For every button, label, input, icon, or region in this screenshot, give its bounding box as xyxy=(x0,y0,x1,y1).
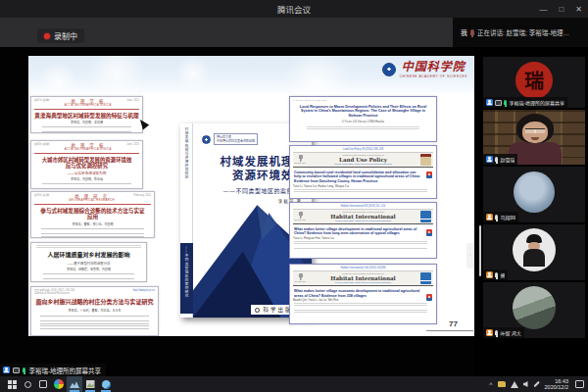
journal-issue: February, 2014 xyxy=(134,194,151,197)
chevron-left-icon: ‹ xyxy=(469,252,472,260)
participant-tile[interactable]: 马翔99 xyxy=(483,167,585,222)
paper-title: What makes better village development in… xyxy=(294,227,421,236)
journal-vol: 第67卷 第6期 xyxy=(34,99,49,102)
journal-masthead: ELSEVIER Contents lists available at Sci… xyxy=(293,209,433,225)
paper-title: 人居环境质量对乡村发展的影响 xyxy=(34,252,143,260)
windows-taskbar: ^ 16:43 2020/12/2 xyxy=(0,376,588,392)
pen-tray-icon[interactable] xyxy=(533,381,539,387)
paper-card-en-3: Habitat International 83 (2019) 111–124 … xyxy=(289,202,437,259)
paper-card-cn-1: 第67卷 第6期 地 理 学 报 ACTA GEOGRAPHICA SINICA… xyxy=(30,96,143,133)
homepage-line: journal homepage: www.elsevier.com/locat… xyxy=(308,281,418,284)
book-series-tag: 博士后文库 中国博士后科学基金资助出版 xyxy=(202,133,258,145)
paper-subtitle: ——以北京市海淀区为例 xyxy=(34,171,139,175)
meeting-app-icon xyxy=(70,380,79,388)
maximize-button[interactable]: □ xyxy=(559,5,564,14)
participant-name: 熊 xyxy=(500,271,505,278)
action-center-icon[interactable] xyxy=(575,380,584,388)
paper-authors: 李裕瑞，卜长利，曹智，刘正佳，王永生 xyxy=(34,309,155,313)
participants-panel: ‹ 瑞 李裕瑞-地理所的屏幕共享 赵雪瑞 xyxy=(474,47,588,376)
journal-issue: June, 2012 xyxy=(126,99,139,102)
crossmark-icon xyxy=(426,172,432,178)
mic-icon xyxy=(495,157,498,162)
panel-collapse-handle[interactable]: ‹ xyxy=(466,243,474,269)
spine-title: 村域发展机理与资源环境效应 xyxy=(184,127,189,243)
elsevier-tree-icon xyxy=(298,212,304,219)
participant-name: 赵雪瑞 xyxy=(500,156,514,163)
search-button[interactable] xyxy=(20,376,35,392)
journal-name-en: ACTA GEOGRAPHICA SINICA xyxy=(65,104,112,108)
journal-vol: 第68卷 第6期 xyxy=(34,143,49,146)
mic-active-icon xyxy=(504,100,507,105)
paper-authors: 李裕瑞，刘彦随，龙花楼 xyxy=(34,121,139,124)
member-icon xyxy=(486,99,493,106)
paper-authors: 李裕瑞，胡智超，宋香荣，刘彦随 xyxy=(34,268,143,271)
abstract-text-lines xyxy=(40,316,149,329)
window-titlebar: 腾讯会议 — □ ✕ xyxy=(0,0,588,18)
paper-authors: Yurui Li, Pengcan Fan, Yansui Liu xyxy=(293,236,433,240)
mic-icon xyxy=(495,330,498,335)
window-controls: — □ ✕ xyxy=(539,0,582,18)
homepage-line: journal homepage: www.elsevier.com/locat… xyxy=(308,163,418,166)
paper-card-cn-4: 人居环境质量对乡村发展的影响 ——基于典型村庄的调查分析 李裕瑞，胡智超，宋香荣… xyxy=(30,242,147,282)
paper-title: 面向乡村振兴战略的村庄分类方法与实证研究 xyxy=(34,299,155,307)
paper-title: 大城市郊区村域转型发展的资源环境效应与优化调控研究 xyxy=(40,157,133,171)
window-title: 腾讯会议 xyxy=(277,3,311,15)
tray-overflow-chevron[interactable]: ^ xyxy=(489,381,492,388)
member-icon xyxy=(3,367,10,373)
globe-app-icon xyxy=(102,380,111,389)
cas-name: 中国科学院 xyxy=(402,61,466,74)
task-view-icon xyxy=(39,380,47,388)
journal-vol: 第33卷 第2期 xyxy=(34,194,49,197)
panel-scrollbar[interactable] xyxy=(479,225,481,276)
affiliation-text-lines xyxy=(294,303,427,313)
taskbar-app-meeting[interactable] xyxy=(67,376,82,392)
member-icon xyxy=(486,214,493,220)
series-emblem-icon xyxy=(202,135,211,144)
screen-share-area: 中国科学院 CHINESE ACADEMY OF SCIENCES 第67卷 第… xyxy=(0,47,474,376)
folder-tray-icon[interactable] xyxy=(498,381,506,387)
person-glasses xyxy=(525,128,545,133)
participant-name: 叶留 鸿大 xyxy=(500,329,520,336)
windows-logo-icon xyxy=(8,380,17,389)
speaking-status-bar: 我 正在讲话: 赵雪瑞; 李裕瑞-地理… xyxy=(453,18,588,47)
task-view-button[interactable] xyxy=(35,376,51,392)
avatar xyxy=(514,172,555,213)
taskbar-clock[interactable]: 16:43 2020/12/2 xyxy=(545,378,568,390)
paper-title: Local Responses to Macro Development Pol… xyxy=(297,105,429,119)
elsevier-logo: ELSEVIER xyxy=(295,154,306,167)
close-button[interactable]: ✕ xyxy=(575,5,582,14)
participant-name: 马翔99 xyxy=(500,214,515,220)
participant-tile-share[interactable]: 瑞 李裕瑞-地理所的屏幕共享 xyxy=(483,57,585,108)
paper-authors: Yurui Li, Yansui Liu, Hualou Long, Weigu… xyxy=(293,184,433,188)
paper-title: Community-based rural residential land c… xyxy=(294,171,421,184)
start-button[interactable] xyxy=(4,376,20,392)
mic-icon xyxy=(495,215,498,220)
mic-icon xyxy=(470,29,474,35)
clock-date: 2020/12/2 xyxy=(545,384,568,390)
screen-share-icon xyxy=(495,100,502,106)
journal-name-en: GEOGRAPHICAL RESEARCH xyxy=(69,199,115,203)
network-tray-icon[interactable] xyxy=(511,381,518,388)
volume-tray-icon[interactable] xyxy=(523,381,528,387)
participant-tile[interactable]: 叶留 鸿大 xyxy=(483,282,585,338)
paper-card-cn-3: 第33卷 第2期 地 理 研 究 GEOGRAPHICAL RESEARCH F… xyxy=(30,191,155,238)
me-label: 我 xyxy=(461,27,467,37)
participant-tile-video[interactable]: 赵雪瑞 xyxy=(483,110,585,165)
journal-masthead: ELSEVIER Contents lists available at Sci… xyxy=(293,152,433,169)
journal-name-en: ACTA GEOGRAPHICA SINICA xyxy=(65,148,112,152)
minimize-button[interactable]: — xyxy=(539,5,547,14)
crossmark-icon xyxy=(426,294,432,301)
participant-tile[interactable]: 熊 xyxy=(483,224,585,280)
elsevier-logo: ELSEVIER xyxy=(295,272,306,285)
paper-card-en-1: J. Mt. Sci. (2013) 10: 588–608 Local Res… xyxy=(289,96,437,142)
paper-title: 参与式村域发展综合诊断的技术方法与实证应用 xyxy=(38,208,147,221)
crossmark-icon xyxy=(426,229,432,236)
paper-authors: Baozhi Qin, Yurui Li, Jia Liu, Wei Pan xyxy=(293,298,433,302)
pinwheel-app-icon xyxy=(54,379,64,389)
taskbar-app-photos[interactable] xyxy=(82,376,98,392)
cas-caption: CHINESE ACADEMY OF SCIENCES xyxy=(400,74,467,78)
screen-share-icon xyxy=(13,368,20,373)
shared-slide: 中国科学院 CHINESE ACADEMY OF SCIENCES 第67卷 第… xyxy=(28,56,475,336)
taskbar-app-browser[interactable] xyxy=(98,376,114,392)
taskbar-app-pinwheel[interactable] xyxy=(51,376,67,392)
